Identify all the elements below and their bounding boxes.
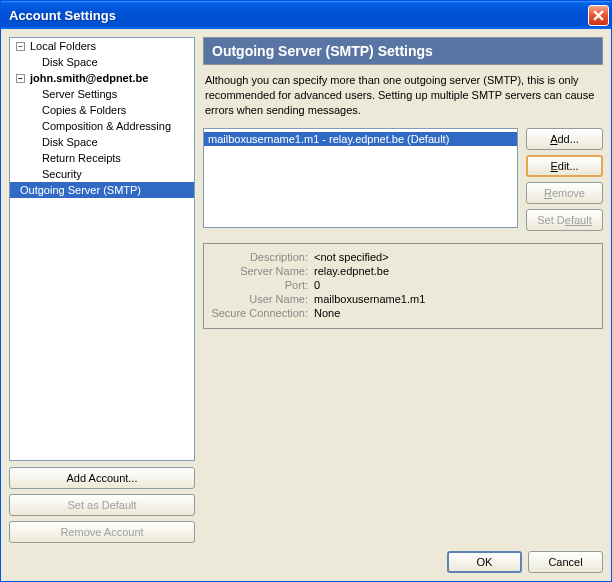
tree-label: Security (42, 168, 82, 180)
tree-item-account[interactable]: − john.smith@edpnet.be (10, 70, 194, 86)
cancel-button[interactable]: Cancel (528, 551, 603, 573)
tree-item-copies-folders[interactable]: Copies & Folders (10, 102, 194, 118)
main-row: − Local Folders Disk Space − john.smith@… (9, 37, 603, 543)
set-as-default-button: Set as Default (9, 494, 195, 516)
tree-item-server-settings[interactable]: Server Settings (10, 86, 194, 102)
tree-label: Disk Space (42, 56, 98, 68)
smtp-button-group: Add... Edit... Remove Set Default (526, 128, 603, 231)
client-area: − Local Folders Disk Space − john.smith@… (1, 29, 611, 581)
detail-row-description: Description: <not specified> (210, 250, 596, 264)
smtp-details-box: Description: <not specified> Server Name… (203, 243, 603, 329)
tree-label: Disk Space (42, 136, 98, 148)
smtp-server-list[interactable]: mailboxusername1.m1 - relay.edpnet.be (D… (203, 128, 518, 228)
account-tree[interactable]: − Local Folders Disk Space − john.smith@… (9, 37, 195, 461)
remove-account-button: Remove Account (9, 521, 195, 543)
tree-expander-icon[interactable]: − (16, 74, 25, 83)
add-smtp-button[interactable]: Add... (526, 128, 603, 150)
tree-item-outgoing-server[interactable]: Outgoing Server (SMTP) (10, 182, 194, 198)
intro-text: Although you can specify more than one o… (203, 65, 603, 128)
footer-buttons: OK Cancel (9, 543, 603, 573)
detail-label: Description: (210, 251, 314, 263)
tree-label: Return Receipts (42, 152, 121, 164)
detail-row-port: Port: 0 (210, 278, 596, 292)
tree-label: john.smith@edpnet.be (30, 72, 148, 84)
close-icon (593, 10, 604, 21)
tree-label: Outgoing Server (SMTP) (20, 184, 141, 196)
hotkey: R (544, 187, 552, 199)
tree-item-security[interactable]: Security (10, 166, 194, 182)
tree-expander-icon[interactable]: − (16, 42, 25, 51)
window-title: Account Settings (9, 8, 588, 23)
hotkey: efault (565, 214, 592, 226)
tree-label: Server Settings (42, 88, 117, 100)
smtp-server-list-item[interactable]: mailboxusername1.m1 - relay.edpnet.be (D… (204, 132, 517, 146)
right-panel: Outgoing Server (SMTP) Settings Although… (203, 37, 603, 543)
hotkey: E (550, 160, 557, 172)
add-account-button[interactable]: Add Account... (9, 467, 195, 489)
tree-item-composition[interactable]: Composition & Addressing (10, 118, 194, 134)
detail-label: Server Name: (210, 265, 314, 277)
titlebar[interactable]: Account Settings (1, 1, 611, 29)
detail-label: Secure Connection: (210, 307, 314, 319)
detail-value: mailboxusername1.m1 (314, 293, 425, 305)
section-heading: Outgoing Server (SMTP) Settings (203, 37, 603, 65)
close-button[interactable] (588, 5, 609, 26)
left-button-group: Add Account... Set as Default Remove Acc… (9, 467, 195, 543)
detail-row-user-name: User Name: mailboxusername1.m1 (210, 292, 596, 306)
tree-label: Copies & Folders (42, 104, 126, 116)
edit-smtp-button[interactable]: Edit... (526, 155, 603, 177)
tree-item-return-receipts[interactable]: Return Receipts (10, 150, 194, 166)
detail-row-server-name: Server Name: relay.edpnet.be (210, 264, 596, 278)
tree-label: Composition & Addressing (42, 120, 171, 132)
server-row: mailboxusername1.m1 - relay.edpnet.be (D… (203, 128, 603, 231)
detail-value: relay.edpnet.be (314, 265, 389, 277)
tree-label: Local Folders (30, 40, 96, 52)
tree-item-disk-space-local[interactable]: Disk Space (10, 54, 194, 70)
tree-item-disk-space-account[interactable]: Disk Space (10, 134, 194, 150)
left-panel: − Local Folders Disk Space − john.smith@… (9, 37, 195, 543)
detail-label: Port: (210, 279, 314, 291)
account-settings-window: Account Settings − Local Folders Disk Sp… (0, 0, 612, 582)
detail-label: User Name: (210, 293, 314, 305)
remove-smtp-button: Remove (526, 182, 603, 204)
detail-value: 0 (314, 279, 320, 291)
tree-item-local-folders[interactable]: − Local Folders (10, 38, 194, 54)
set-default-smtp-button: Set Default (526, 209, 603, 231)
detail-row-secure-connection: Secure Connection: None (210, 306, 596, 320)
detail-value: None (314, 307, 340, 319)
detail-value: <not specified> (314, 251, 389, 263)
ok-button[interactable]: OK (447, 551, 522, 573)
